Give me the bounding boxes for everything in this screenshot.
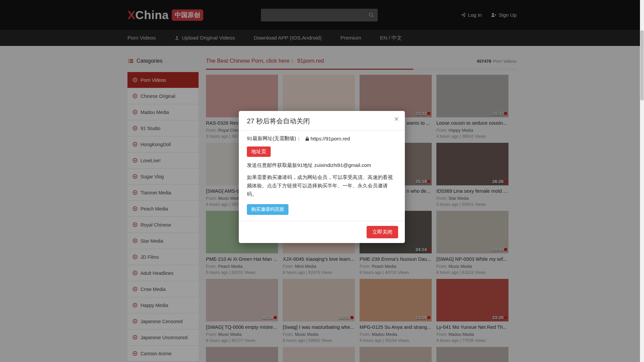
scrollbar-thumb[interactable]: [640, 30, 644, 101]
lock-icon: [305, 136, 309, 141]
buy-invite-code-button[interactable]: 购买邀请码页面: [247, 204, 288, 215]
close-now-button[interactable]: 立即关闭: [367, 226, 398, 238]
url-label: 91最新网址(无需翻墙)：: [247, 135, 301, 142]
email-instruction: 发送任意邮件获取最新91地址 zuixindizhi91@gmail.com: [247, 162, 397, 169]
countdown-value: 27: [247, 117, 254, 125]
modal-header: 27 秒后将会自动关闭 ×: [239, 111, 405, 131]
page-scrollbar[interactable]: [640, 0, 644, 362]
countdown-text: 秒后将会自动关闭: [254, 117, 310, 125]
modal-footer: 立即关闭: [239, 221, 405, 243]
site-url-link[interactable]: https://91porn.red: [311, 136, 350, 141]
modal-body: 91最新网址(无需翻墙)： https://91porn.red 地址页 发送任…: [239, 131, 405, 221]
close-icon[interactable]: ×: [394, 115, 399, 123]
announcement-modal: 27 秒后将会自动关闭 × 91最新网址(无需翻墙)： https://91po…: [239, 111, 405, 243]
address-page-button[interactable]: 地址页: [247, 146, 271, 157]
invite-code-paragraph: 如果需要购买邀请码，成为网站会员，可以享受高清、高速的看视频体验。点击下方链接可…: [247, 173, 397, 198]
